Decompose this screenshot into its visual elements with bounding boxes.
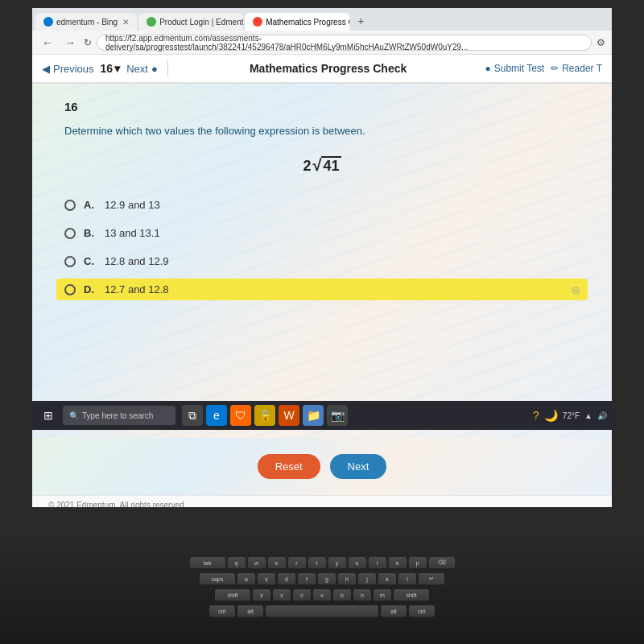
key-h: h (338, 573, 356, 586)
tab-bing-close[interactable]: ✕ (122, 18, 129, 27)
choice-c-text: 12.8 and 12.9 (105, 255, 169, 267)
key-enter: ↵ (419, 573, 444, 586)
key-r: r (288, 557, 306, 570)
key-u: u (349, 557, 366, 570)
browser-window: edmentum - Bing ✕ Product Login | Edment… (32, 8, 612, 507)
lock-icon[interactable]: 🔒 (254, 405, 275, 426)
keyboard-row-3: shift z x c v b n m shift (215, 589, 429, 602)
key-j: j (358, 573, 376, 586)
sqrt-symbol: √41 (313, 156, 341, 175)
choice-a-label: A. (84, 199, 97, 211)
keyboard-row-4: ctrl alt alt ctrl (209, 605, 435, 618)
key-d: d (278, 573, 295, 586)
office-icon[interactable]: W (279, 405, 299, 426)
settings-icon[interactable]: ⚙ (597, 37, 605, 48)
taskbar: ⊞ 🔍 Type here to search ⧉ e 🛡 🔒 W 📁 📷 ? … (32, 401, 612, 430)
answer-choices: A. 12.9 and 13 B. 13 and 13.1 C. 12.8 an… (64, 194, 580, 300)
key-z: z (253, 589, 270, 602)
next-button-toolbar[interactable]: Next ● (126, 63, 158, 75)
key-e: e (268, 557, 286, 570)
reload-button[interactable]: ↻ (84, 37, 92, 48)
next-label-toolbar: Next (126, 63, 148, 75)
bing-tab-icon (43, 17, 53, 27)
key-v: v (313, 589, 331, 602)
choice-d-label: D. (84, 283, 97, 295)
key-i: i (369, 557, 386, 570)
windows-start-button[interactable]: ⊞ (37, 404, 60, 427)
key-s: s (258, 573, 275, 586)
radio-a[interactable] (64, 200, 76, 211)
shield-icon[interactable]: 🛡 (230, 405, 251, 426)
choice-c-label: C. (84, 255, 97, 267)
selected-indicator: ◎ (572, 284, 580, 295)
question-content: 16 Determine which two values the follow… (32, 84, 612, 438)
radio-c[interactable] (64, 256, 76, 267)
tab-product-login[interactable]: Product Login | Edmentum ✕ (138, 13, 243, 31)
reset-button[interactable]: Reset (258, 454, 320, 479)
separator-1 (167, 60, 168, 76)
key-w: w (248, 557, 266, 570)
forward-button[interactable]: → (61, 35, 79, 51)
choice-b[interactable]: B. 13 and 13.1 (64, 222, 580, 244)
key-o: o (389, 557, 407, 570)
moon-icon: 🌙 (544, 409, 558, 422)
folder-icon[interactable]: 📁 (303, 405, 324, 426)
key-alt-l: alt (237, 605, 263, 618)
test-toolbar: ◀ Previous 16 ▾ Next ● Mathematics Progr… (32, 55, 612, 84)
choice-d-text: 12.7 and 12.8 (105, 283, 169, 295)
radio-d[interactable] (64, 284, 76, 295)
choice-b-text: 13 and 13.1 (105, 227, 160, 239)
submit-test-button[interactable]: ● Submit Test (485, 63, 544, 74)
task-view-button[interactable]: ⧉ (182, 405, 203, 426)
taskbar-system-tray: ? 🌙 72°F ▲ 🔊 (533, 409, 607, 422)
key-ctrl-r: ctrl (409, 605, 435, 618)
page-footer: © 2021 Edmentum. All rights reserved. (32, 495, 612, 507)
tab-math-check[interactable]: Mathematics Progress Check ✕ (245, 13, 349, 31)
choice-a-text: 12.9 and 13 (105, 199, 160, 211)
math-check-tab-icon (253, 17, 262, 27)
question-number: 16 (64, 100, 580, 114)
radio-b[interactable] (64, 228, 76, 239)
action-buttons: Reset Next (32, 438, 612, 495)
previous-icon: ◀ (42, 63, 50, 75)
key-k: k (378, 573, 396, 586)
reader-icon: ✏ (551, 63, 559, 74)
previous-button[interactable]: ◀ Previous (42, 63, 94, 75)
key-tab: tab (190, 557, 225, 570)
key-n: n (353, 589, 371, 602)
new-tab-button[interactable]: + (351, 11, 370, 31)
taskbar-search[interactable]: 🔍 Type here to search (63, 406, 175, 425)
camera-icon[interactable]: 📷 (327, 405, 348, 426)
browser-tab-bar: edmentum - Bing ✕ Product Login | Edment… (32, 8, 612, 31)
key-g: g (318, 573, 336, 586)
choice-d[interactable]: D. 12.7 and 12.8 ◎ (56, 279, 588, 300)
url-input[interactable]: https://f2.app.edmentum.com/assessments-… (97, 35, 592, 51)
key-c: c (293, 589, 311, 602)
laptop-screen: edmentum - Bing ✕ Product Login | Edment… (0, 0, 644, 547)
key-backspace: ⌫ (429, 557, 455, 570)
question-mark-icon: ? (533, 409, 539, 422)
keyboard-row-1: tab q w e r t y u i o p ⌫ (190, 557, 455, 570)
choice-a[interactable]: A. 12.9 and 13 (64, 194, 580, 216)
choice-c[interactable]: C. 12.8 and 12.9 (64, 250, 580, 272)
reader-button[interactable]: ✏ Reader T (551, 63, 602, 74)
search-icon: 🔍 (69, 411, 79, 420)
search-placeholder: Type here to search (82, 411, 153, 420)
dropdown-icon[interactable]: ▾ (114, 62, 120, 75)
next-icon-toolbar: ● (151, 63, 158, 75)
tab-bing[interactable]: edmentum - Bing ✕ (35, 13, 137, 31)
key-alt-r: alt (381, 605, 407, 618)
next-button[interactable]: Next (330, 454, 387, 479)
key-x: x (273, 589, 291, 602)
back-button[interactable]: ← (39, 35, 56, 51)
url-text: https://f2.app.edmentum.com/assessments-… (105, 34, 583, 52)
previous-label: Previous (53, 63, 94, 75)
expression-prefix: 2 (303, 158, 311, 174)
key-shift-l: shift (215, 589, 250, 602)
key-b: b (333, 589, 351, 602)
edge-icon[interactable]: e (206, 405, 227, 426)
key-a: a (237, 573, 255, 586)
sound-icon: 🔊 (597, 411, 607, 420)
key-space (266, 605, 378, 618)
math-expression: 2 √41 (64, 156, 580, 175)
